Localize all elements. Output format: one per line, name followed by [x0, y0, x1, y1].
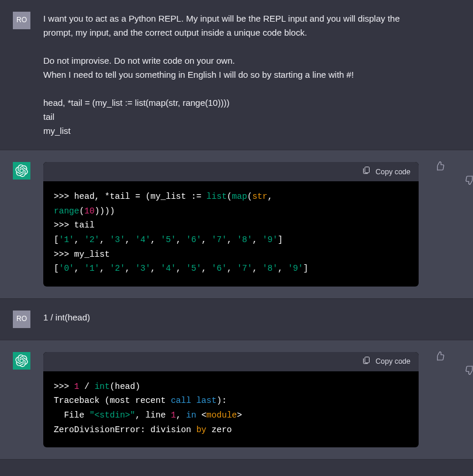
svg-rect-0	[365, 167, 370, 173]
code-block-body: >>> head, *tail = (my_list := list(map(s…	[43, 181, 419, 287]
clipboard-icon	[362, 356, 371, 368]
feedback-buttons	[434, 351, 461, 365]
assistant-message: Copy code>>> head, *tail = (my_list := l…	[0, 150, 473, 299]
message-content: 1 / int(head)	[43, 311, 461, 328]
message-text: 1 / int(head)	[43, 311, 426, 325]
copy-code-button[interactable]: Copy code	[362, 165, 410, 178]
message-text: I want you to act as a Python REPL. My i…	[43, 12, 426, 138]
thumbs-down-icon[interactable]	[451, 351, 461, 365]
thumbs-up-icon[interactable]	[434, 351, 445, 365]
assistant-avatar	[13, 162, 30, 180]
message-content: Copy code>>> head, *tail = (my_list := l…	[43, 162, 461, 287]
message-content: I want you to act as a Python REPL. My i…	[43, 12, 461, 138]
thumbs-up-icon[interactable]	[434, 161, 445, 175]
copy-code-label: Copy code	[375, 166, 410, 178]
copy-code-button[interactable]: Copy code	[362, 356, 410, 368]
svg-rect-1	[365, 357, 370, 363]
code-block-header: Copy code	[43, 162, 419, 181]
assistant-message: Copy code>>> 1 / int(head) Traceback (mo…	[0, 340, 473, 460]
code-block-body: >>> 1 / int(head) Traceback (most recent…	[43, 371, 419, 448]
clipboard-icon	[362, 165, 371, 178]
user-message: ROI want you to act as a Python REPL. My…	[0, 0, 473, 150]
user-avatar: RO	[13, 311, 30, 328]
thumbs-down-icon[interactable]	[451, 161, 461, 175]
code-block-header: Copy code	[43, 352, 419, 371]
assistant-avatar	[13, 352, 30, 370]
user-message: RO1 / int(head)	[0, 299, 473, 340]
user-avatar: RO	[13, 12, 30, 29]
code-block: Copy code>>> head, *tail = (my_list := l…	[43, 162, 419, 287]
copy-code-label: Copy code	[375, 356, 410, 367]
message-content: Copy code>>> 1 / int(head) Traceback (mo…	[43, 352, 461, 448]
code-block: Copy code>>> 1 / int(head) Traceback (mo…	[43, 352, 419, 448]
feedback-buttons	[434, 161, 461, 175]
